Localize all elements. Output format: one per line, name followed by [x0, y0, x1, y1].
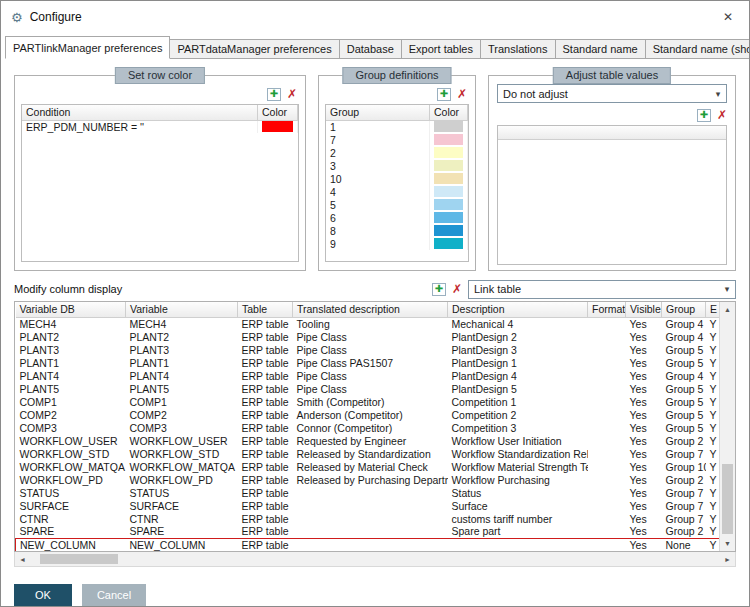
- cell: SPARE: [126, 525, 238, 538]
- tab-export-tables[interactable]: Export tables: [401, 39, 481, 59]
- tab-standard-name[interactable]: Standard name: [555, 39, 646, 59]
- cell: Requested by Engineer: [293, 434, 448, 447]
- column-header[interactable]: Translated description: [293, 302, 448, 317]
- delete-column-icon[interactable]: ✗: [452, 283, 462, 295]
- color-swatch[interactable]: [434, 238, 463, 249]
- scroll-left-icon[interactable]: ◄: [15, 556, 30, 563]
- horizontal-scroll-track[interactable]: [30, 552, 720, 566]
- column-header[interactable]: Variable DB: [16, 302, 126, 317]
- column-header[interactable]: Group: [662, 302, 706, 317]
- cell: Yes: [626, 486, 662, 499]
- vertical-scrollbar[interactable]: ▲ ▼: [719, 302, 735, 551]
- table-row[interactable]: 8: [326, 224, 468, 237]
- title-bar: ⚙ Configure ✕: [1, 1, 749, 33]
- color-cell: [430, 172, 468, 185]
- table-row[interactable]: PLANT5PLANT5ERP tablePipe ClassPlantDesi…: [16, 382, 720, 395]
- delete-adjust-value-icon[interactable]: ✗: [717, 109, 727, 121]
- horizontal-scroll-thumb[interactable]: [40, 554, 118, 564]
- link-table-dropdown[interactable]: Link table ▾: [468, 280, 736, 299]
- vertical-scroll-thumb[interactable]: [722, 464, 733, 534]
- adjust-table-values-group: Adjust table values Do not adjust ▾ ✚ ✗: [488, 75, 736, 271]
- tab-partlinkmanager-preferences[interactable]: PARTlinkManager preferences: [5, 36, 170, 59]
- table-row[interactable]: COMP3COMP3ERP tableConnor (Competitor)Co…: [16, 421, 720, 434]
- scroll-up-icon[interactable]: ▲: [720, 302, 735, 317]
- table-row[interactable]: 4: [326, 185, 468, 198]
- table-row[interactable]: 6: [326, 211, 468, 224]
- tab-database[interactable]: Database: [339, 39, 402, 59]
- cell: Spare part: [448, 525, 588, 538]
- delete-group-icon[interactable]: ✗: [457, 88, 467, 100]
- cancel-button[interactable]: Cancel: [82, 584, 146, 606]
- column-header[interactable]: Visible: [626, 302, 662, 317]
- table-row[interactable]: 10: [326, 172, 468, 185]
- add-group-icon[interactable]: ✚: [437, 88, 451, 101]
- table-row[interactable]: SPARESPAREERP tableSpare partYesGroup 2Y: [16, 525, 720, 538]
- cell: Group 5: [662, 408, 706, 421]
- cell: Pipe Class PAS1507: [293, 356, 448, 369]
- table-row[interactable]: WORKFLOW_MATQAWORKFLOW_MATQAERP tableRel…: [16, 460, 720, 473]
- scroll-down-icon[interactable]: ▼: [720, 536, 735, 551]
- close-icon[interactable]: ✕: [717, 10, 739, 24]
- ok-button[interactable]: OK: [14, 584, 72, 606]
- add-row-color-icon[interactable]: ✚: [267, 88, 281, 101]
- adjust-values-dropdown[interactable]: Do not adjust ▾: [497, 84, 727, 103]
- table-row[interactable]: WORKFLOW_USERWORKFLOW_USERERP tableReque…: [16, 434, 720, 447]
- color-swatch[interactable]: [434, 212, 463, 223]
- column-header[interactable]: Group: [326, 105, 430, 120]
- tab-translations[interactable]: Translations: [480, 39, 556, 59]
- color-swatch[interactable]: [434, 199, 463, 210]
- table-row[interactable]: PLANT3PLANT3ERP tablePipe ClassPlantDesi…: [16, 343, 720, 356]
- color-swatch[interactable]: [434, 173, 463, 184]
- table-row[interactable]: PLANT4PLANT4ERP tablePipe ClassPlantDesi…: [16, 369, 720, 382]
- table-row[interactable]: 3: [326, 159, 468, 172]
- tab-partdatamanager-preferences[interactable]: PARTdataManager preferences: [169, 39, 339, 59]
- table-row[interactable]: 1: [326, 120, 468, 133]
- column-header[interactable]: Description: [448, 302, 588, 317]
- table-row[interactable]: NEW_COLUMNNEW_COLUMNERP tableYesNoneY: [16, 538, 720, 551]
- table-row[interactable]: MECH4MECH4ERP tableToolingMechanical 4Ye…: [16, 317, 720, 330]
- color-swatch[interactable]: [434, 121, 463, 132]
- column-header[interactable]: E: [706, 302, 720, 317]
- cell: [293, 538, 448, 551]
- column-header[interactable]: Color: [258, 105, 298, 120]
- color-swatch[interactable]: [434, 186, 463, 197]
- table-row[interactable]: WORKFLOW_STDWORKFLOW_STDERP tableRelease…: [16, 447, 720, 460]
- table-row[interactable]: 5: [326, 198, 468, 211]
- cell: ERP table: [238, 382, 293, 395]
- column-header[interactable]: Color: [430, 105, 468, 120]
- color-swatch[interactable]: [434, 225, 463, 236]
- cell: Y: [706, 408, 720, 421]
- column-header[interactable]: Variable: [126, 302, 238, 317]
- color-swatch[interactable]: [434, 160, 463, 171]
- color-swatch[interactable]: [434, 134, 463, 145]
- table-row[interactable]: STATUSSTATUSERP tableStatusYesGroup 7Y: [16, 486, 720, 499]
- tab-standard-name-short-[interactable]: Standard name (short): [645, 39, 750, 59]
- table-row[interactable]: CTNRCTNRERP tablecustoms tariff numberYe…: [16, 512, 720, 525]
- cell: ERP table: [238, 473, 293, 486]
- column-header[interactable]: Format: [588, 302, 626, 317]
- cell: Yes: [626, 408, 662, 421]
- add-adjust-value-icon[interactable]: ✚: [697, 109, 711, 122]
- color-swatch[interactable]: [262, 121, 293, 132]
- scroll-right-icon[interactable]: ►: [720, 556, 735, 563]
- horizontal-scrollbar[interactable]: ◄ ►: [14, 552, 736, 567]
- table-row[interactable]: 9: [326, 237, 468, 250]
- table-row[interactable]: PLANT1PLANT1ERP tablePipe Class PAS1507P…: [16, 356, 720, 369]
- table-row[interactable]: PLANT2PLANT2ERP tablePipe ClassPlantDesi…: [16, 330, 720, 343]
- cell: ERP table: [238, 538, 293, 551]
- table-row[interactable]: WORKFLOW_PDWORKFLOW_PDERP tableReleased …: [16, 473, 720, 486]
- vertical-scroll-track[interactable]: [720, 317, 735, 536]
- delete-row-color-icon[interactable]: ✗: [287, 88, 297, 100]
- table-row[interactable]: SURFACESURFACEERP tableSurfaceYesGroup 7…: [16, 499, 720, 512]
- table-row[interactable]: COMP2COMP2ERP tableAnderson (Competitor)…: [16, 408, 720, 421]
- table-row[interactable]: 7: [326, 133, 468, 146]
- table-row[interactable]: 2: [326, 146, 468, 159]
- cell: Yes: [626, 369, 662, 382]
- add-column-icon[interactable]: ✚: [432, 283, 446, 296]
- column-header[interactable]: Table: [238, 302, 293, 317]
- group-cell: 3: [326, 159, 430, 172]
- table-row[interactable]: COMP1COMP1ERP tableSmith (Competitor)Com…: [16, 395, 720, 408]
- column-header[interactable]: Condition: [22, 105, 258, 120]
- table-row[interactable]: ERP_PDM_NUMBER = '': [22, 120, 298, 133]
- color-swatch[interactable]: [434, 147, 463, 158]
